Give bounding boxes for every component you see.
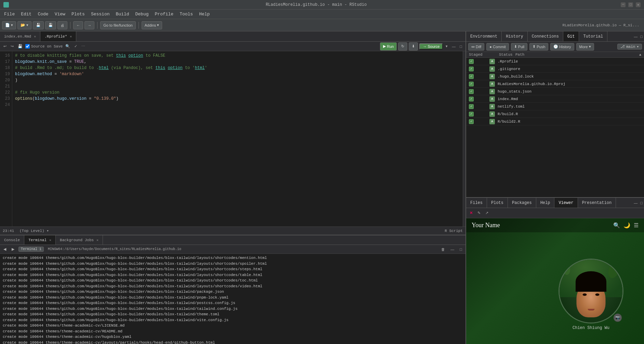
staged-checkbox-4[interactable]: ✓ [469, 82, 474, 86]
back-button[interactable]: ← [73, 21, 83, 29]
menu-tools[interactable]: Tools [177, 11, 196, 17]
maximize-button[interactable]: □ [628, 2, 633, 7]
run-button[interactable]: ▶ Run [380, 42, 397, 51]
go-to-file-button[interactable]: Go to file/function [100, 21, 136, 29]
code-content[interactable]: # to disable knitting files on save, set… [12, 51, 463, 226]
staged-checkbox-7[interactable]: ✓ [469, 104, 474, 109]
menu-plots[interactable]: Plots [69, 11, 88, 17]
git-file-row[interactable]: ✓ A R/build2.R [466, 118, 644, 125]
staged-checkbox-9[interactable]: ✓ [469, 119, 474, 124]
console-maximize-btn[interactable]: □ [458, 247, 463, 252]
tab-rprofile[interactable]: .Rprofile* ✕ [40, 31, 76, 41]
save-button[interactable]: 💾 [33, 21, 44, 29]
spellcheck-button[interactable]: ✓ [73, 44, 79, 49]
maximize-editor-button[interactable]: □ [458, 44, 463, 49]
source-on-save-checkbox[interactable] [25, 44, 30, 49]
push-button[interactable]: ⬆ Push [529, 43, 548, 51]
down-run-button[interactable]: ⬇ [409, 42, 418, 51]
search-icon[interactable]: 🔍 [613, 222, 620, 229]
staged-checkbox-6[interactable]: ✓ [469, 97, 474, 101]
minimize-button[interactable]: ─ [621, 2, 626, 7]
right-top-minimize[interactable]: — [632, 34, 639, 39]
search-editor-button[interactable]: 🔍 [64, 44, 71, 49]
history-button[interactable]: 🕐 History [550, 43, 574, 51]
menu-help[interactable]: Help [196, 11, 212, 17]
diff-button[interactable]: ⇔ Diff [468, 43, 484, 51]
addins-button[interactable]: Addins ▾ [142, 21, 162, 29]
print-button[interactable]: 🖨 [57, 21, 67, 29]
git-file-row[interactable]: ✓ A .hugo_build.lock [466, 73, 644, 80]
console-forward-btn[interactable]: ▶ [10, 247, 16, 252]
redo-button[interactable]: ↪ [9, 44, 15, 49]
menu-code[interactable]: Code [35, 11, 51, 17]
git-file-row[interactable]: ✓ A .Rprofile [466, 58, 644, 65]
git-file-row[interactable]: ✓ A .gitignore [466, 65, 644, 73]
new-file-button[interactable]: 📄 ▾ [2, 21, 16, 29]
console-content[interactable]: create mode 100644 themes/github.com/Hug… [0, 254, 465, 344]
theme-icon[interactable]: 🌙 [623, 222, 630, 229]
console-back-btn[interactable]: ◀ [2, 247, 8, 252]
tab-index-rmd[interactable]: index.en.Rmd ✕ [0, 31, 40, 41]
undo-button[interactable]: ↩ [2, 44, 8, 49]
staged-checkbox-3[interactable]: ✓ [469, 74, 474, 79]
git-file-row[interactable]: ✓ A RLadiesMorelia.github.io.Rproj [466, 80, 644, 88]
staged-checkbox-8[interactable]: ✓ [469, 112, 474, 116]
pull-button[interactable]: ⬇ Pull [511, 43, 527, 51]
tab-plots[interactable]: Plots [487, 198, 508, 208]
tab-history[interactable]: History [502, 31, 527, 41]
tab-viewer[interactable]: Viewer [554, 198, 578, 208]
tab-tutorial[interactable]: Tutorial [579, 31, 607, 41]
tab-terminal[interactable]: Terminal ✕ [24, 235, 56, 245]
right-top-maximize[interactable]: □ [639, 34, 644, 39]
viewer-edit-button[interactable]: ✎ [476, 210, 482, 216]
tab-rprofile-close[interactable]: ✕ [70, 35, 72, 39]
right-bottom-maximize[interactable]: □ [639, 201, 644, 205]
source-dropdown[interactable]: ▾ [444, 44, 449, 49]
tab-background-jobs[interactable]: Background Jobs ✕ [56, 235, 103, 245]
right-bottom-minimize[interactable]: — [632, 201, 639, 205]
menu-profile[interactable]: Profile [152, 11, 176, 17]
more-button[interactable]: More ▾ [576, 43, 594, 51]
tab-packages[interactable]: Packages [508, 198, 536, 208]
staged-checkbox-2[interactable]: ✓ [469, 67, 474, 71]
save-all-button[interactable]: 💾 [45, 21, 56, 29]
open-file-button[interactable]: 📂 ▾ [17, 21, 31, 29]
forward-button[interactable]: → [84, 21, 94, 29]
tab-connections[interactable]: Connections [528, 31, 563, 41]
viewer-back-button[interactable]: ✕ [468, 210, 474, 216]
menu-session[interactable]: Session [88, 11, 113, 17]
console-clear-btn[interactable]: 🗑 [440, 247, 446, 252]
more-editor-button[interactable]: ⋯ [80, 44, 87, 49]
staged-checkbox-1[interactable]: ✓ [469, 59, 474, 64]
tab-files[interactable]: Files [466, 198, 487, 208]
commit-button[interactable]: ● Commit [486, 43, 509, 51]
menu-icon[interactable]: ☰ [634, 222, 639, 229]
editor-scrollbar[interactable] [463, 51, 465, 226]
git-file-row[interactable]: ✓ A index.Rmd [466, 95, 644, 103]
minimize-editor-button[interactable]: — [450, 44, 457, 49]
tab-environment[interactable]: Environment [466, 31, 502, 41]
console-minimize-btn[interactable]: — [449, 247, 456, 252]
git-file-row[interactable]: ✓ A netlify.toml [466, 103, 644, 110]
tab-background-close[interactable]: ✕ [96, 238, 98, 242]
tab-index-rmd-close[interactable]: ✕ [34, 35, 36, 39]
branch-selector[interactable]: ⎇ main ▾ [617, 44, 642, 50]
menu-view[interactable]: View [52, 11, 68, 17]
close-button[interactable]: ✕ [636, 2, 641, 7]
viewer-external-button[interactable]: ↗ [484, 210, 490, 216]
staged-checkbox-5[interactable]: ✓ [469, 89, 474, 94]
camera-icon[interactable]: 📷 [614, 314, 622, 322]
tab-console[interactable]: Console [0, 235, 24, 245]
menu-edit[interactable]: Edit [18, 11, 34, 17]
git-file-row[interactable]: ✓ A R/build.R [466, 110, 644, 118]
menu-file[interactable]: File [1, 11, 17, 17]
save-editor-button[interactable]: 💾 [16, 44, 24, 49]
tab-presentation[interactable]: Presentation [578, 198, 616, 208]
re-run-button[interactable]: ↻ [398, 42, 407, 51]
tab-help[interactable]: Help [536, 198, 555, 208]
source-button[interactable]: → Source [419, 43, 443, 50]
menu-debug[interactable]: Debug [133, 11, 152, 17]
tab-git[interactable]: Git [563, 31, 579, 41]
git-file-row[interactable]: ✓ A hugo_stats.json [466, 88, 644, 95]
tab-terminal-close[interactable]: ✕ [49, 238, 51, 242]
